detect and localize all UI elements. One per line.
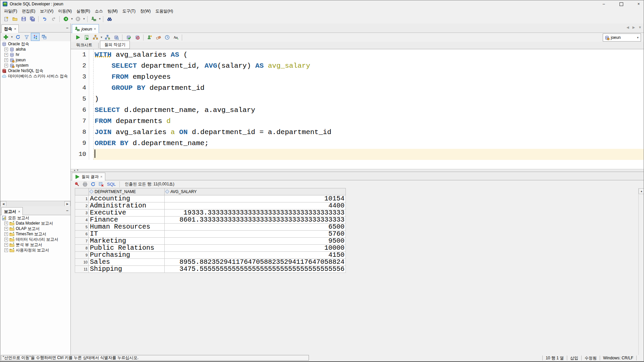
expand-icon[interactable]: + bbox=[4, 243, 8, 247]
close-icon[interactable]: × bbox=[14, 27, 16, 31]
tree-item[interactable]: 데이터베이스 스키마 서비스 접속 bbox=[0, 73, 70, 79]
tree-item[interactable]: Oracle NoSQL 접속 bbox=[0, 68, 70, 73]
code-line[interactable]: 1WITH avg_salaries AS ( bbox=[71, 49, 644, 60]
tree-item[interactable]: +분석 뷰 보고서 bbox=[0, 242, 70, 247]
sort-icon[interactable] bbox=[89, 189, 94, 194]
scroll-up-icon[interactable]: ▲ bbox=[639, 188, 644, 194]
close-icon[interactable]: × bbox=[94, 27, 96, 31]
sql-worksheet-button[interactable]: SQL bbox=[89, 15, 98, 23]
avg-salary-cell[interactable]: 5760 bbox=[165, 231, 346, 238]
table-row[interactable]: 7Marketing9500 bbox=[75, 238, 346, 245]
expand-icon[interactable]: + bbox=[4, 222, 8, 225]
code-line[interactable]: 8JOIN avg_salaries a ON d.department_id … bbox=[71, 127, 644, 138]
expand-icon[interactable]: + bbox=[4, 64, 8, 67]
save-all-button[interactable] bbox=[28, 15, 37, 23]
table-row[interactable]: 1Accounting10154 bbox=[75, 195, 346, 202]
tab-worksheet[interactable]: 워크시트 bbox=[72, 41, 96, 49]
explain-plan-button[interactable] bbox=[91, 34, 100, 42]
minimize-panel-icon[interactable]: – bbox=[66, 208, 68, 213]
department-name-cell[interactable]: Public Relations bbox=[89, 245, 165, 252]
new-file-button[interactable] bbox=[2, 15, 10, 23]
expand-icon[interactable]: + bbox=[4, 58, 8, 62]
menu-item[interactable]: 이동(N) bbox=[56, 8, 74, 15]
refresh-grid-button[interactable] bbox=[89, 181, 97, 188]
menu-item[interactable]: 도움말(H) bbox=[153, 8, 175, 15]
tree-item[interactable]: +데이터 딕셔너리 보고서 bbox=[0, 237, 70, 242]
find-button[interactable] bbox=[105, 15, 114, 23]
department-name-cell[interactable]: Human Resources bbox=[89, 224, 165, 231]
avg-salary-cell[interactable]: 6500 bbox=[165, 224, 346, 231]
menu-item[interactable]: 보기(V) bbox=[38, 8, 56, 15]
tree-item[interactable]: +aloha bbox=[0, 47, 70, 52]
case-toggle-button[interactable]: Aa bbox=[171, 34, 180, 42]
table-row[interactable]: 8Public Relations10000 bbox=[75, 245, 346, 252]
filter-button[interactable] bbox=[22, 33, 31, 41]
department-name-cell[interactable]: Purchasing bbox=[89, 252, 165, 259]
delete-grid-button[interactable] bbox=[97, 181, 105, 188]
code-line[interactable]: 10 bbox=[71, 149, 644, 160]
table-row[interactable]: 6IT5760 bbox=[75, 231, 346, 238]
tab-scroll-left-icon[interactable]: ◀ bbox=[627, 25, 629, 29]
department-name-cell[interactable]: Shipping bbox=[89, 266, 165, 273]
save-button[interactable] bbox=[19, 15, 28, 23]
code-line[interactable]: 5) bbox=[71, 94, 644, 105]
avg-salary-cell[interactable]: 4150 bbox=[165, 252, 346, 259]
expand-icon[interactable]: + bbox=[4, 238, 8, 241]
minimize-button[interactable]: – bbox=[601, 1, 607, 7]
code-line[interactable]: 2 SELECT department_id, AVG(salary) AS a… bbox=[71, 60, 644, 71]
tab-joeun-worksheet[interactable]: SQL joeun × bbox=[72, 24, 99, 33]
menu-item[interactable]: 소스 bbox=[93, 8, 105, 15]
refresh-button[interactable] bbox=[13, 33, 22, 41]
code-text[interactable]: SELECT d.department_name, a.avg_salary bbox=[94, 105, 644, 116]
close-icon[interactable]: × bbox=[100, 175, 102, 179]
sql-tuning-button[interactable] bbox=[112, 34, 120, 42]
tab-query-builder[interactable]: 질의 작성기 bbox=[100, 41, 130, 49]
close-icon[interactable]: × bbox=[18, 209, 20, 214]
avg-salary-cell[interactable]: 9500 bbox=[165, 238, 346, 245]
clear-worksheet-button[interactable] bbox=[154, 34, 163, 42]
avg-salary-cell[interactable]: 3475.55555555555555555555555555555555555… bbox=[165, 266, 346, 273]
tree-item[interactable]: +Data Modeler 보고서 bbox=[0, 221, 70, 226]
run-script-button[interactable] bbox=[82, 34, 91, 42]
avg-salary-cell[interactable]: 10000 bbox=[165, 245, 346, 252]
code-line[interactable]: 4 GROUP BY department_id bbox=[71, 82, 644, 94]
tree-item[interactable]: +hr bbox=[0, 52, 70, 57]
forward-button[interactable] bbox=[73, 15, 82, 23]
avg-salary-cell[interactable]: 8955.88235294117647058823529411764705882… bbox=[165, 259, 346, 266]
code-text[interactable]: FROM departments d bbox=[94, 116, 644, 127]
rollback-button[interactable] bbox=[133, 34, 142, 42]
sort-connections-button[interactable] bbox=[31, 33, 40, 41]
tab-reports[interactable]: 보고서 × bbox=[1, 207, 23, 216]
tree-item[interactable]: +system bbox=[0, 63, 70, 68]
print-button[interactable] bbox=[81, 181, 89, 188]
tree-item[interactable]: +OLAP 보고서 bbox=[0, 226, 70, 231]
tree-item[interactable]: Oracle 접속 bbox=[0, 41, 70, 47]
autotrace-button[interactable] bbox=[103, 34, 112, 42]
menu-item[interactable]: 편집(E) bbox=[19, 8, 38, 15]
chevron-down-icon[interactable]: ▼ bbox=[70, 17, 73, 20]
avg-salary-cell[interactable]: 4400 bbox=[165, 202, 346, 209]
scroll-track[interactable] bbox=[6, 201, 64, 206]
back-button[interactable] bbox=[61, 15, 70, 23]
table-row[interactable]: 11Shipping3475.5555555555555555555555555… bbox=[75, 266, 346, 273]
department-name-cell[interactable]: IT bbox=[89, 231, 165, 238]
tree-item[interactable]: 모든 보고서 bbox=[0, 215, 70, 221]
code-text[interactable]: FROM employees bbox=[94, 71, 644, 82]
table-row[interactable]: 5Human Resources6500 bbox=[75, 224, 346, 231]
table-row[interactable]: 4Finance8601.333333333333333333333333333… bbox=[75, 217, 346, 224]
chevron-down-icon[interactable]: ▼ bbox=[10, 36, 13, 39]
collapse-all-button[interactable] bbox=[40, 33, 48, 41]
column-header[interactable]: DEPARTMENT_NAME bbox=[89, 188, 165, 195]
sql-button[interactable]: SQL bbox=[105, 182, 118, 187]
code-text[interactable]: WITH avg_salaries AS ( bbox=[94, 49, 644, 60]
table-row[interactable]: 9Purchasing4150 bbox=[75, 252, 346, 259]
chevron-down-icon[interactable]: ▼ bbox=[83, 17, 86, 20]
department-name-cell[interactable]: Executive bbox=[89, 209, 165, 217]
tree-item[interactable]: +사용자정의 보고서 bbox=[0, 247, 70, 253]
menu-item[interactable]: 파일(F) bbox=[2, 8, 19, 15]
tab-connections[interactable]: 접속 × bbox=[1, 24, 19, 33]
expand-icon[interactable]: + bbox=[4, 48, 8, 51]
expand-icon[interactable]: + bbox=[4, 232, 8, 236]
menu-item[interactable]: 도구(T) bbox=[120, 8, 138, 15]
code-text[interactable]: ORDER BY d.department_name; bbox=[94, 138, 644, 149]
